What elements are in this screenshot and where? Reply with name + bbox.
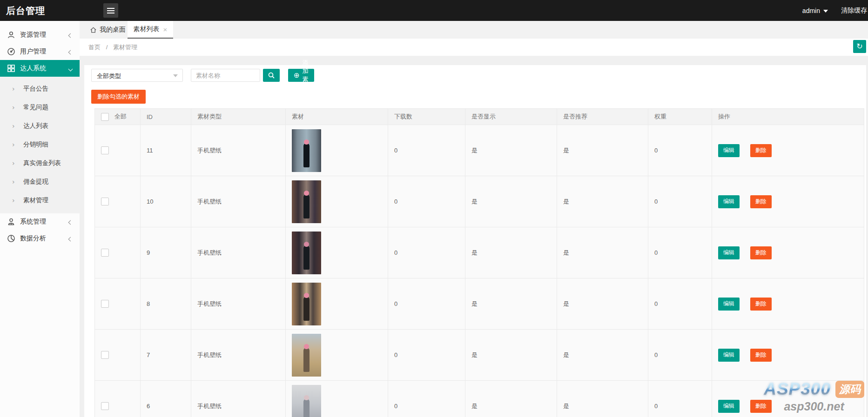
breadcrumb-separator: /: [106, 44, 108, 51]
tab-my-desktop[interactable]: 我的桌面: [84, 21, 128, 39]
cell-weight: 0: [648, 227, 712, 278]
cell-recommended: 是: [557, 381, 648, 417]
sidebar-submenu-item[interactable]: › 佣金提现: [0, 172, 80, 191]
material-thumbnail[interactable]: [292, 283, 321, 325]
table-row: 8 手机壁纸 0 是 是 0 编辑 删除: [95, 278, 864, 330]
table-row: 10 手机壁纸 0 是 是 0 编辑 删除: [95, 176, 864, 227]
cell-id: 7: [141, 330, 191, 381]
column-header-recommended: 是否推荐: [557, 109, 648, 125]
chevron-down-icon: [68, 67, 73, 72]
delete-button[interactable]: 删除: [750, 195, 772, 208]
person-badge-icon: [7, 217, 16, 226]
material-name-input[interactable]: [191, 69, 260, 82]
submenu-item-label: 常见问题: [23, 103, 48, 112]
sidebar-item-data-analysis[interactable]: 数据分析: [0, 230, 80, 247]
cell-id: 6: [141, 381, 191, 417]
delete-button[interactable]: 删除: [750, 298, 772, 311]
cell-weight: 0: [648, 125, 712, 176]
user-circle-icon: [7, 47, 16, 56]
chevron-right-icon: ›: [12, 159, 15, 167]
cell-type: 手机壁纸: [191, 381, 286, 417]
sidebar-submenu-item[interactable]: › 分销明细: [0, 135, 80, 154]
edit-button[interactable]: 编辑: [718, 246, 740, 259]
row-checkbox[interactable]: [101, 198, 109, 205]
type-filter-select[interactable]: 全部类型: [91, 69, 183, 82]
tab-material-list[interactable]: 素材列表 ×: [128, 21, 173, 39]
delete-button[interactable]: 删除: [750, 400, 772, 413]
material-thumbnail[interactable]: [292, 129, 321, 172]
cell-weight: 0: [648, 278, 712, 330]
column-header-downloads: 下载数: [388, 109, 465, 125]
cell-type: 手机壁纸: [191, 176, 286, 227]
chevron-left-icon: [68, 237, 73, 242]
content-panel: 全部类型 ⊕ 添加素材 删除勾选的素材 全部 I: [84, 65, 866, 417]
sidebar-submenu-item[interactable]: › 素材管理: [0, 191, 80, 210]
username: admin: [802, 7, 820, 14]
row-checkbox[interactable]: [101, 146, 109, 154]
refresh-button[interactable]: ↻: [853, 40, 866, 53]
sidebar-item-system[interactable]: 系统管理: [0, 213, 80, 230]
cell-weight: 0: [648, 330, 712, 381]
sidebar-item-users[interactable]: 用户管理: [0, 43, 80, 60]
breadcrumb-bar: 首页 / 素材管理 ↻: [80, 39, 868, 56]
sidebar-submenu-item[interactable]: › 达人列表: [0, 117, 80, 135]
delete-checked-button[interactable]: 删除勾选的素材: [91, 90, 146, 104]
hamburger-menu-button[interactable]: [103, 3, 118, 18]
cell-visible: 是: [465, 125, 557, 176]
edit-button[interactable]: 编辑: [718, 195, 740, 208]
sidebar-item-resources[interactable]: 资源管理: [0, 26, 80, 43]
app-title: 后台管理: [6, 5, 45, 17]
close-icon[interactable]: ×: [163, 26, 168, 33]
clear-cache-button[interactable]: 清除缓存: [841, 7, 867, 15]
sidebar-item-talent-system[interactable]: 达人系统: [0, 60, 80, 77]
edit-button[interactable]: 编辑: [718, 298, 740, 311]
materials-table: 全部 ID 素材类型 素材 下载数 是否显示 是否推荐 权重 操作 11 手机壁…: [94, 108, 864, 417]
user-menu[interactable]: admin: [802, 7, 828, 14]
cell-type: 手机壁纸: [191, 227, 286, 278]
plus-circle-icon: ⊕: [294, 71, 300, 79]
person-icon: [7, 30, 16, 40]
row-checkbox[interactable]: [101, 249, 109, 257]
row-checkbox[interactable]: [101, 300, 109, 308]
breadcrumb: 首页 / 素材管理: [88, 43, 141, 52]
search-button[interactable]: [263, 69, 280, 82]
material-thumbnail[interactable]: [292, 385, 321, 417]
edit-button[interactable]: 编辑: [718, 349, 740, 362]
add-material-button[interactable]: ⊕ 添加素材: [288, 69, 314, 82]
material-thumbnail[interactable]: [292, 334, 321, 377]
cell-type: 手机壁纸: [191, 278, 286, 330]
delete-button[interactable]: 删除: [750, 349, 772, 362]
cell-type: 手机壁纸: [191, 125, 286, 176]
delete-button[interactable]: 删除: [750, 144, 772, 157]
submenu-item-label: 分销明细: [23, 140, 48, 149]
cell-recommended: 是: [557, 330, 648, 381]
submenu-item-label: 平台公告: [23, 85, 48, 93]
submenu-item-label: 素材管理: [23, 196, 48, 205]
search-icon: [268, 72, 275, 79]
delete-button[interactable]: 删除: [750, 246, 772, 259]
column-header-type: 素材类型: [191, 109, 286, 125]
cell-downloads: 0: [388, 125, 465, 176]
select-all-checkbox[interactable]: [101, 113, 109, 121]
cell-id: 8: [141, 278, 191, 330]
cell-visible: 是: [465, 278, 557, 330]
pie-chart-icon: [7, 234, 16, 243]
chevron-left-icon: [68, 50, 73, 55]
row-checkbox[interactable]: [101, 402, 109, 410]
chevron-right-icon: ›: [12, 85, 15, 93]
row-checkbox[interactable]: [101, 351, 109, 359]
material-thumbnail[interactable]: [292, 232, 321, 274]
material-thumbnail[interactable]: [292, 180, 321, 223]
edit-button[interactable]: 编辑: [718, 144, 740, 157]
table-row: 9 手机壁纸 0 是 是 0 编辑 删除: [95, 227, 864, 278]
sidebar-submenu-item[interactable]: › 常见问题: [0, 98, 80, 117]
sidebar: 资源管理 用户管理 达人系统 › 平台公告 › 常见问题 › 达人列表 › 分销…: [0, 21, 80, 417]
sidebar-submenu-item[interactable]: › 真实佣金列表: [0, 154, 80, 172]
cell-weight: 0: [648, 381, 712, 417]
column-header-visible: 是否显示: [465, 109, 557, 125]
edit-button[interactable]: 编辑: [718, 400, 740, 413]
sidebar-submenu-item[interactable]: › 平台公告: [0, 79, 80, 98]
cell-id: 9: [141, 227, 191, 278]
breadcrumb-home[interactable]: 首页: [88, 44, 101, 51]
column-header-weight: 权重: [648, 109, 712, 125]
